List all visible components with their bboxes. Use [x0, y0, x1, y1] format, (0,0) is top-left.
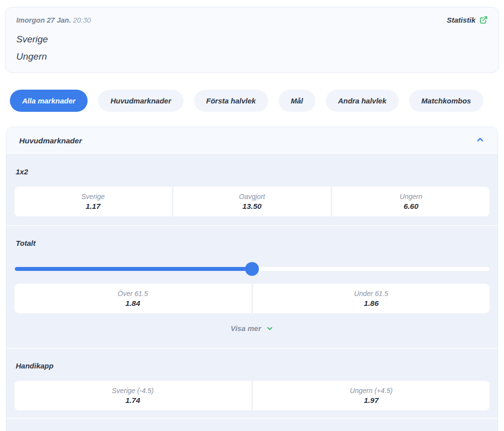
odds-label: Över 61.5: [118, 290, 148, 298]
odds-label: Sverige: [81, 193, 104, 200]
odds-label: Ungern: [400, 193, 422, 200]
markets-card: Huvudmarknader 1x2 Sverige 1.17 Oavgjort…: [6, 127, 498, 431]
tab-andra-halvlek[interactable]: Andra halvlek: [326, 90, 399, 112]
odds-button-away-win[interactable]: Ungern 6.60: [332, 187, 490, 216]
chevron-up-icon: [475, 135, 485, 146]
odds-value: 1.74: [126, 396, 140, 405]
odds-button-over[interactable]: Över 61.5 1.84: [14, 284, 252, 313]
odds-button-home-win[interactable]: Sverige 1.17: [14, 187, 172, 216]
statistics-link[interactable]: Statistik: [447, 16, 488, 24]
market-section-total: Totalt Över 61.5 1.84 Under 61.5 1.86 Vi…: [6, 225, 498, 348]
show-more-button[interactable]: Visa mer: [14, 313, 490, 339]
market-section-title: Totalt: [16, 239, 488, 247]
tab-alla-marknader[interactable]: Alla marknader: [10, 90, 88, 112]
odds-value: 1.84: [126, 299, 140, 308]
odds-value: 6.60: [404, 202, 418, 211]
market-section-handicap: Handikapp Sverige (-4.5) 1.74 Ungern (+4…: [6, 348, 498, 418]
markets-card-header[interactable]: Huvudmarknader: [6, 127, 498, 155]
odds-label: Under 61.5: [354, 290, 388, 298]
away-team-name: Ungern: [16, 48, 488, 65]
home-team-name: Sverige: [16, 31, 488, 48]
odds-value: 1.97: [364, 396, 378, 405]
match-teams: Sverige Ungern: [16, 31, 488, 65]
show-more-label: Visa mer: [231, 324, 261, 332]
odds-value: 1.17: [86, 202, 100, 211]
odds-label: Sverige (-4.5): [112, 387, 154, 395]
odds-button-under[interactable]: Under 61.5 1.86: [253, 284, 490, 313]
market-section-double-chance: Dubbelchans: [6, 418, 498, 431]
odds-label: Ungern (+4.5): [350, 387, 393, 395]
statistics-label: Statistik: [447, 16, 475, 24]
match-date-label: Imorgon 27 Jan.: [16, 16, 71, 24]
match-datetime: Imorgon 27 Jan. 20:30: [16, 16, 91, 24]
external-link-icon: [479, 16, 488, 24]
odds-value: 1.86: [364, 299, 378, 308]
market-section-1x2: 1x2 Sverige 1.17 Oavgjort 13.50 Ungern 6…: [6, 155, 498, 225]
odds-button-draw[interactable]: Oavgjort 13.50: [173, 187, 331, 216]
odds-value: 13.50: [243, 202, 262, 211]
total-line-slider[interactable]: [15, 262, 489, 276]
market-section-title: 1x2: [16, 167, 488, 176]
odds-button-away-handicap[interactable]: Ungern (+4.5) 1.97: [253, 381, 490, 410]
odds-row-total: Över 61.5 1.84 Under 61.5 1.86: [14, 284, 490, 313]
match-header-card: Imorgon 27 Jan. 20:30 Statistik Sverige …: [5, 7, 499, 73]
slider-thumb[interactable]: [245, 262, 259, 276]
odds-row-1x2: Sverige 1.17 Oavgjort 13.50 Ungern 6.60: [14, 187, 490, 216]
market-filter-tabs: Alla marknader Huvudmarknader Första hal…: [10, 90, 494, 112]
match-meta-row: Imorgon 27 Jan. 20:30 Statistik: [16, 16, 488, 24]
slider-fill: [15, 267, 252, 271]
match-time: 20:30: [73, 16, 91, 24]
tab-mal[interactable]: Mål: [279, 90, 315, 112]
odds-row-handicap: Sverige (-4.5) 1.74 Ungern (+4.5) 1.97: [14, 381, 490, 410]
chevron-down-icon: [266, 324, 274, 332]
tab-forsta-halvlek[interactable]: Första halvlek: [194, 90, 268, 112]
odds-button-home-handicap[interactable]: Sverige (-4.5) 1.74: [14, 381, 252, 410]
tab-matchkombos[interactable]: Matchkombos: [409, 90, 483, 112]
odds-label: Oavgjort: [239, 193, 265, 200]
markets-card-body: 1x2 Sverige 1.17 Oavgjort 13.50 Ungern 6…: [6, 155, 498, 431]
market-section-title: Handikapp: [16, 362, 488, 370]
markets-card-title: Huvudmarknader: [19, 136, 82, 145]
tab-huvudmarknader[interactable]: Huvudmarknader: [98, 90, 183, 112]
